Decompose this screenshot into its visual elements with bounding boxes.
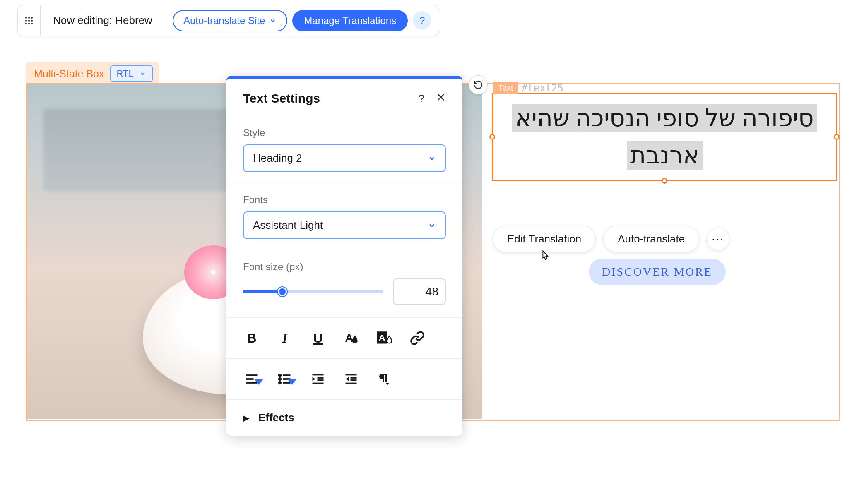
- selected-text-element[interactable]: סיפורה של סופי הנסיכה שהיא ארנבת: [492, 93, 837, 181]
- fontsize-slider[interactable]: [243, 290, 383, 293]
- svg-point-13: [279, 378, 281, 380]
- rtl-label: RTL: [117, 68, 134, 79]
- history-icon: [473, 80, 483, 90]
- settings-title: Text Settings: [243, 91, 320, 106]
- translation-toolbar: Now editing: Hebrew Auto-translate Site …: [17, 5, 439, 36]
- text-direction-icon: [377, 372, 392, 386]
- text-direction-button[interactable]: [375, 370, 393, 388]
- indent-increase-button[interactable]: [309, 370, 327, 388]
- format-row-1: B I U A A: [226, 318, 462, 359]
- auto-translate-label: Auto-translate Site: [183, 15, 265, 26]
- fonts-label: Fonts: [243, 194, 446, 206]
- indent-decrease-button[interactable]: [342, 370, 360, 388]
- edit-translation-button[interactable]: Edit Translation: [493, 226, 596, 252]
- style-section: Style Heading 2: [226, 118, 462, 185]
- toolbar-actions: Auto-translate Site Manage Translations …: [165, 10, 439, 31]
- chevron-down-icon: [428, 154, 436, 163]
- resize-handle-bottom[interactable]: [662, 178, 667, 184]
- fontsize-input[interactable]: [393, 278, 446, 305]
- style-value: Heading 2: [253, 152, 302, 165]
- hebrew-text-content[interactable]: סיפורה של סופי הנסיכה שהיא ארנבת: [512, 104, 817, 170]
- help-button[interactable]: ?: [413, 11, 431, 30]
- chevron-down-icon: [428, 221, 436, 230]
- effects-section[interactable]: ▶ Effects: [226, 400, 462, 436]
- svg-text:A: A: [379, 333, 385, 343]
- manage-translations-button[interactable]: Manage Translations: [292, 10, 408, 31]
- font-value: Assistant Light: [253, 219, 323, 232]
- fontsize-label: Font size (px): [243, 261, 446, 273]
- fonts-section: Fonts Assistant Light: [226, 185, 462, 252]
- settings-header: Text Settings ?: [226, 79, 462, 118]
- resize-handle-right[interactable]: [834, 134, 840, 140]
- svg-point-14: [279, 382, 281, 384]
- format-row-2: [226, 359, 462, 400]
- auto-translate-button[interactable]: Auto-translate: [603, 226, 699, 252]
- indent-increase-icon: [310, 372, 325, 386]
- panel-close-button[interactable]: [436, 92, 446, 105]
- fontsize-section: Font size (px): [226, 252, 462, 318]
- history-button[interactable]: [469, 75, 488, 94]
- caret-down-icon: [251, 374, 266, 389]
- drag-dots-icon: [25, 17, 33, 24]
- link-icon: [410, 331, 425, 346]
- highlight-color-button[interactable]: A: [375, 329, 393, 347]
- drag-handle[interactable]: [18, 5, 41, 36]
- context-toolbar: Edit Translation Auto-translate ···: [493, 226, 729, 252]
- resize-handle-left[interactable]: [489, 134, 495, 140]
- svg-marker-8: [254, 379, 264, 385]
- caret-down-icon: [284, 374, 299, 389]
- indent-decrease-icon: [344, 372, 359, 386]
- close-icon: [436, 92, 446, 102]
- text-badge: Text: [493, 82, 518, 94]
- align-button[interactable]: [243, 370, 260, 388]
- chevron-down-icon: [269, 17, 277, 24]
- text-color-icon: A: [344, 331, 359, 346]
- svg-marker-26: [385, 383, 389, 385]
- highlight-icon: A: [377, 331, 392, 346]
- text-element-id: #text25: [518, 82, 567, 94]
- text-element-tag: Text #text25: [493, 82, 567, 94]
- more-options-button[interactable]: ···: [707, 228, 729, 250]
- rtl-dropdown[interactable]: RTL: [110, 65, 153, 82]
- font-select[interactable]: Assistant Light: [243, 211, 446, 239]
- list-button[interactable]: [276, 370, 294, 388]
- chevron-down-icon: [140, 70, 146, 77]
- slider-thumb[interactable]: [278, 287, 287, 296]
- style-label: Style: [243, 127, 446, 139]
- auto-translate-site-button[interactable]: Auto-translate Site: [173, 10, 287, 31]
- panel-help-button[interactable]: ?: [419, 92, 424, 105]
- italic-button[interactable]: I: [276, 329, 294, 347]
- editing-language-label: Now editing: Hebrew: [41, 5, 165, 36]
- text-settings-panel: Text Settings ? Style Heading 2 Fonts As…: [226, 76, 462, 436]
- caret-right-icon: ▶: [243, 413, 249, 423]
- style-select[interactable]: Heading 2: [243, 144, 446, 172]
- discover-more-button[interactable]: DISCOVER MORE: [589, 259, 726, 285]
- svg-marker-15: [287, 379, 297, 385]
- bold-button[interactable]: B: [243, 329, 260, 347]
- svg-marker-20: [313, 377, 316, 381]
- element-type-label: Multi-State Box: [34, 68, 104, 80]
- underline-button[interactable]: U: [309, 329, 327, 347]
- link-button[interactable]: [409, 329, 426, 347]
- effects-label: Effects: [258, 411, 294, 424]
- svg-point-12: [279, 374, 281, 377]
- svg-text:A: A: [345, 332, 353, 344]
- text-color-button[interactable]: A: [342, 329, 360, 347]
- element-label-bar: Multi-State Box RTL: [26, 62, 159, 85]
- cursor-pointer-icon: [538, 250, 551, 267]
- svg-marker-25: [346, 377, 349, 381]
